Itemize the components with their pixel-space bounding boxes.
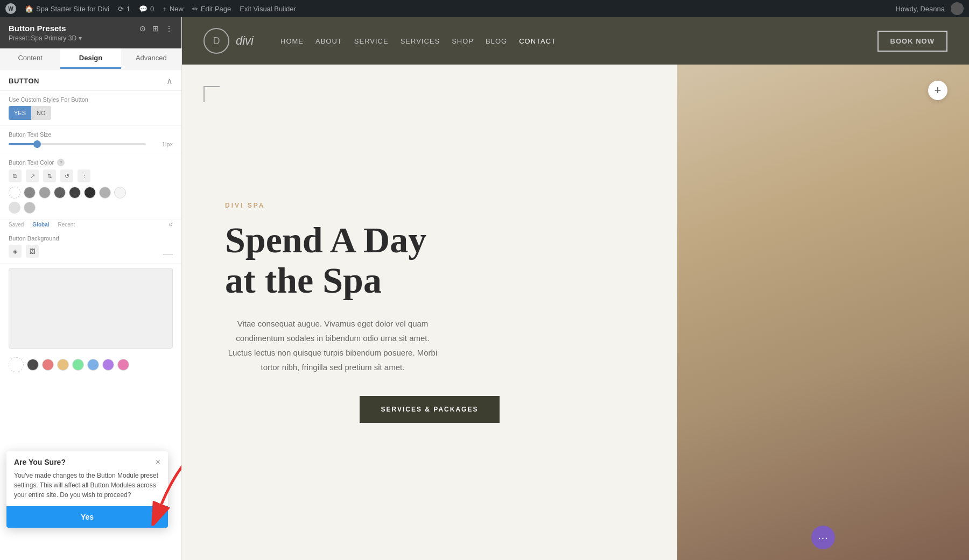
wp-bar-site-name[interactable]: 🏠 Spa Starter Site for Divi: [25, 5, 109, 13]
panel-subtitle[interactable]: Preset: Spa Primary 3D ▾: [9, 34, 173, 42]
site-nav: D divi HOME ABOUT SERVICE SERVICES SHOP …: [182, 17, 969, 65]
text-color-icon-row: ⧉ ↗ ⇅ ↺ ⋮: [9, 169, 173, 182]
toggle-yes[interactable]: YES: [9, 106, 31, 120]
panel-settings-icon[interactable]: ⊙: [139, 24, 146, 33]
global-label[interactable]: Global: [32, 222, 49, 228]
hero-portrait-image: [677, 65, 969, 560]
site-logo-text: divi: [236, 34, 254, 48]
dot-green[interactable]: [72, 359, 84, 371]
text-color-swatches: [9, 187, 173, 199]
button-background-field: Button Background ◈ 🖼 ___: [0, 230, 181, 264]
use-custom-styles-field: Use Custom Styles For Button YES NO: [0, 91, 181, 126]
wp-bar-edit-page[interactable]: ✏ Edit Page: [192, 5, 231, 13]
nav-contact[interactable]: CONTACT: [519, 37, 556, 45]
hero-title: Spend A Dayat the Spa: [225, 220, 634, 301]
panel-header: Button Presets ⊙ ⊞ ⋮ Preset: Spa Primary…: [0, 17, 181, 48]
nav-home[interactable]: HOME: [280, 37, 304, 45]
color-dots-row: [0, 353, 181, 377]
tab-advanced[interactable]: Advanced: [121, 48, 181, 69]
tab-design[interactable]: Design: [60, 48, 121, 69]
button-text-size-field: Button Text Size 1lpx: [0, 126, 181, 153]
panel-menu-icon[interactable]: ⋮: [165, 24, 173, 33]
button-text-size-label: Button Text Size: [9, 131, 173, 138]
resize-icon[interactable]: ↗: [26, 169, 39, 182]
color-swatch-1[interactable]: [24, 187, 36, 199]
slider-track: [9, 143, 146, 145]
reset-icon[interactable]: ↺: [60, 169, 73, 182]
confirm-popup: Are You Sure? × You've made changes to t…: [6, 451, 168, 528]
confirm-close-icon[interactable]: ×: [156, 458, 160, 466]
section-title-button: Button: [9, 77, 39, 85]
hero-right: + ···: [677, 65, 969, 560]
hero-label: DIVI SPA: [225, 202, 634, 209]
pin-icon[interactable]: ⇅: [43, 169, 56, 182]
wp-admin-bar: W 🏠 Spa Starter Site for Divi ⟳ 1 💬 0 + …: [0, 0, 969, 17]
add-section-button[interactable]: +: [928, 81, 947, 100]
confirm-btn-row: Yes: [6, 506, 168, 528]
color-swatch-5[interactable]: [84, 187, 96, 199]
dots-icon[interactable]: ⋮: [78, 169, 90, 182]
eyedropper-icon[interactable]: [9, 357, 24, 372]
refresh-icon[interactable]: ↺: [168, 222, 173, 228]
dot-red[interactable]: [42, 359, 54, 371]
confirm-title: Are You Sure?: [14, 458, 66, 466]
confirm-header: Are You Sure? ×: [6, 451, 168, 471]
saved-label[interactable]: Saved: [9, 222, 24, 228]
color-swatch-2[interactable]: [39, 187, 51, 199]
slider-thumb[interactable]: [33, 140, 41, 148]
site-nav-links: HOME ABOUT SERVICE SERVICES SHOP BLOG CO…: [280, 37, 556, 45]
color-swatch-transparent[interactable]: [9, 187, 20, 199]
hero-section: DIVI SPA Spend A Dayat the Spa Vitae con…: [182, 65, 969, 560]
custom-styles-toggle[interactable]: YES NO: [9, 106, 51, 120]
site-logo-area: D divi: [203, 28, 254, 54]
color-swatch-6[interactable]: [99, 187, 111, 199]
hero-left: DIVI SPA Spend A Dayat the Spa Vitae con…: [182, 65, 677, 560]
dot-dark[interactable]: [27, 359, 39, 371]
color-swatch-4[interactable]: [69, 187, 81, 199]
nav-service[interactable]: SERVICE: [354, 37, 389, 45]
three-dots-button[interactable]: ···: [811, 526, 835, 549]
recent-label[interactable]: Recent: [58, 222, 75, 228]
bg-value: ___: [151, 248, 173, 254]
book-now-button[interactable]: BOOK NOW: [877, 31, 947, 52]
nav-shop[interactable]: SHOP: [452, 37, 474, 45]
site-logo-circle: D: [203, 28, 229, 54]
button-preview-box: [9, 268, 173, 349]
toggle-no[interactable]: NO: [31, 106, 51, 120]
bg-image-icon[interactable]: 🖼: [26, 245, 39, 258]
panel-tabs: Content Design Advanced: [0, 48, 181, 69]
sub-label-row: Saved Global Recent ↺: [0, 219, 181, 230]
confirm-yes-button[interactable]: Yes: [6, 506, 168, 528]
nav-about[interactable]: ABOUT: [315, 37, 342, 45]
color-swatch-9[interactable]: [24, 202, 36, 214]
wp-bar-exit-vb[interactable]: Exit Visual Builder: [240, 5, 296, 13]
button-text-size-slider[interactable]: 1lpx: [9, 141, 173, 147]
button-text-color-label: Button Text Color ?: [9, 159, 173, 166]
site-area: D divi HOME ABOUT SERVICE SERVICES SHOP …: [182, 17, 969, 560]
wp-bar-comments[interactable]: 💬 0: [139, 5, 154, 13]
text-color-swatches-2: [9, 202, 173, 214]
dot-pink[interactable]: [117, 359, 129, 371]
help-icon[interactable]: ?: [57, 159, 65, 166]
color-swatch-3[interactable]: [54, 187, 66, 199]
wp-bar-new[interactable]: + New: [163, 5, 184, 13]
hero-desc: Vitae consequat augue. Vivamus eget dolo…: [225, 316, 440, 374]
dot-purple[interactable]: [102, 359, 114, 371]
wp-bar-revision[interactable]: ⟳ 1: [118, 5, 130, 13]
bg-gradient-icon[interactable]: ◈: [9, 245, 22, 258]
dot-blue[interactable]: [87, 359, 99, 371]
color-swatch-7[interactable]: [114, 187, 126, 199]
slider-fill: [9, 143, 36, 145]
hero-cta-button[interactable]: SERVICES & PACKAGES: [360, 396, 500, 423]
link-icon[interactable]: ⧉: [9, 169, 22, 182]
tab-content[interactable]: Content: [0, 48, 60, 69]
nav-blog[interactable]: BLOG: [486, 37, 507, 45]
nav-services[interactable]: SERVICES: [401, 37, 440, 45]
panel-expand-icon[interactable]: ⊞: [152, 24, 159, 33]
button-background-label: Button Background: [9, 235, 173, 242]
wp-bar-howdy[interactable]: Howdy, Deanna: [895, 2, 964, 15]
wp-logo-icon[interactable]: W: [5, 3, 16, 14]
dot-yellow[interactable]: [57, 359, 69, 371]
color-swatch-8[interactable]: [9, 202, 20, 214]
section-collapse-icon[interactable]: ∧: [166, 76, 173, 86]
